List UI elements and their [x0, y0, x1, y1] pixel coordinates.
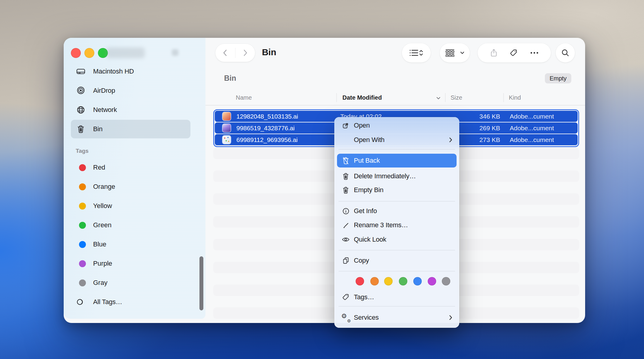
submenu-chevron-icon — [449, 137, 452, 143]
window-title: Bin — [262, 47, 276, 57]
file-thumbnail-icon — [223, 112, 231, 120]
tag-color-icon — [79, 164, 86, 171]
blurred-background-artifact — [106, 47, 145, 58]
column-header-date-modified[interactable]: Date Modified — [342, 94, 382, 101]
share-icon — [490, 49, 497, 57]
tag-color-icon — [79, 203, 86, 210]
file-thumbnail-icon — [223, 136, 231, 144]
menu-item-open-with[interactable]: Open With — [337, 133, 457, 147]
grid-view-icon — [445, 49, 455, 57]
menu-divider — [339, 271, 455, 271]
sidebar-item-label: AirDrop — [93, 87, 115, 95]
sidebar-item-label: Macintosh HD — [93, 68, 134, 75]
forward-button[interactable] — [241, 49, 249, 57]
blurred-background-artifact — [172, 49, 178, 56]
menu-divider — [339, 306, 455, 306]
sidebar-tag-red[interactable]: Red — [64, 158, 205, 177]
header-divider — [205, 105, 585, 105]
file-kind: Adobe...cument — [510, 113, 554, 120]
column-header-name[interactable]: Name — [236, 94, 252, 101]
hard-drive-icon — [76, 68, 86, 75]
file-name: 9986519_4328776.ai — [236, 125, 295, 132]
menu-item-open[interactable]: Open — [337, 119, 457, 132]
tag-color-red[interactable] — [356, 277, 364, 285]
navigation-buttons — [215, 44, 255, 62]
column-divider[interactable] — [336, 93, 337, 102]
sidebar-tag-blue[interactable]: Blue — [64, 235, 205, 254]
close-button[interactable] — [71, 48, 81, 58]
divider — [235, 48, 235, 58]
submenu-chevron-icon — [449, 315, 452, 320]
file-size: 269 KB — [463, 125, 500, 132]
tag-color-icon — [79, 183, 86, 190]
file-size: 346 KB — [463, 113, 500, 120]
desktop: Macintosh HD AirDrop Network Bin — [0, 0, 644, 359]
tag-color-orange[interactable] — [370, 277, 379, 285]
search-button[interactable] — [556, 43, 575, 62]
tags-button[interactable] — [510, 49, 518, 57]
tag-color-yellow[interactable] — [384, 277, 393, 285]
column-header-kind[interactable]: Kind — [509, 94, 521, 101]
menu-item-rename[interactable]: Rename 3 Items… — [337, 218, 457, 232]
sidebar-tag-yellow[interactable]: Yellow — [64, 196, 205, 216]
column-divider[interactable] — [445, 93, 445, 102]
sidebar-item-label: Network — [93, 106, 117, 114]
menu-item-tags[interactable]: Tags… — [337, 290, 457, 304]
minimize-button[interactable] — [84, 48, 94, 58]
open-icon — [341, 122, 351, 129]
finder-window: Macintosh HD AirDrop Network Bin — [64, 38, 585, 323]
list-view-button[interactable] — [402, 43, 431, 62]
tag-icon — [341, 294, 351, 301]
sidebar-tag-purple[interactable]: Purple — [64, 254, 205, 273]
sidebar-tag-gray[interactable]: Gray — [64, 273, 205, 292]
eye-icon — [341, 237, 351, 242]
tag-label: Blue — [93, 240, 106, 248]
tag-color-icon — [79, 260, 86, 267]
empty-bin-button[interactable]: Empty — [545, 73, 571, 83]
more-button[interactable] — [530, 52, 539, 54]
file-name: 69989112_9693956.ai — [236, 136, 298, 143]
menu-item-copy[interactable]: Copy — [337, 254, 457, 267]
chevron-down-icon — [460, 51, 464, 54]
tag-color-icon — [79, 241, 86, 248]
file-size: 273 KB — [463, 136, 500, 143]
menu-divider — [339, 149, 455, 149]
tag-color-icon — [79, 222, 86, 229]
column-header-size[interactable]: Size — [451, 94, 462, 101]
menu-item-put-back[interactable]: Put Back — [337, 154, 457, 167]
sidebar-item-airdrop[interactable]: AirDrop — [64, 81, 205, 100]
globe-icon — [76, 106, 86, 114]
sidebar-tag-green[interactable]: Green — [64, 216, 205, 235]
sidebar-item-all-tags[interactable]: All Tags… — [64, 292, 205, 312]
menu-divider — [339, 250, 455, 250]
tag-color-icon — [79, 279, 86, 286]
airdrop-icon — [76, 86, 86, 95]
menu-item-services[interactable]: ⚙⚙ Services — [337, 311, 457, 324]
menu-item-empty-bin[interactable]: Empty Bin — [337, 183, 457, 197]
pencil-icon — [341, 222, 351, 228]
share-button[interactable] — [490, 49, 497, 57]
back-button[interactable] — [221, 49, 229, 57]
tag-color-gray[interactable] — [442, 277, 450, 285]
group-view-button[interactable] — [440, 43, 470, 62]
sidebar-item-label: Bin — [93, 125, 102, 133]
tag-color-purple[interactable] — [428, 277, 436, 285]
tag-label: Red — [93, 164, 105, 171]
sidebar-item-bin[interactable]: Bin — [64, 119, 205, 139]
sidebar-item-network[interactable]: Network — [64, 100, 205, 119]
sidebar-tag-orange[interactable]: Orange — [64, 177, 205, 196]
trash-slash-icon — [341, 157, 351, 164]
list-view-icon — [409, 49, 424, 57]
column-divider[interactable] — [503, 93, 504, 102]
tag-color-blue[interactable] — [413, 277, 422, 285]
tag-label: Gray — [93, 279, 108, 287]
tag-color-green[interactable] — [399, 277, 407, 285]
sidebar-scrollbar[interactable] — [199, 256, 203, 310]
menu-divider — [339, 201, 455, 201]
menu-item-get-info[interactable]: Get Info — [337, 204, 457, 218]
menu-item-delete-immediately[interactable]: Delete Immediately… — [337, 169, 457, 183]
file-thumbnail-icon — [223, 124, 231, 132]
sidebar-item-macintosh-hd[interactable]: Macintosh HD — [64, 62, 205, 81]
tag-icon — [510, 49, 518, 57]
menu-item-quick-look[interactable]: Quick Look — [337, 233, 457, 246]
